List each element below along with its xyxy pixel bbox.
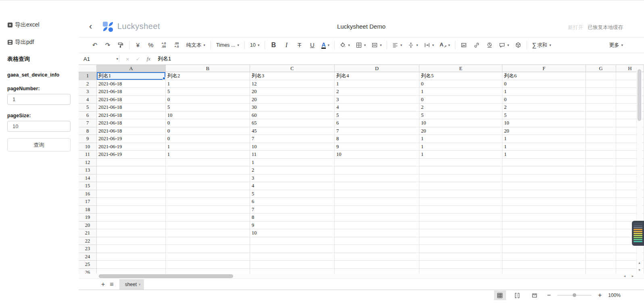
cell-F13[interactable] [502, 166, 586, 174]
cell-E15[interactable] [419, 182, 502, 190]
cell-G4[interactable] [586, 96, 616, 104]
cell-G15[interactable] [586, 182, 616, 190]
cell-G18[interactable] [586, 206, 616, 214]
cell-C17[interactable]: 6 [250, 198, 335, 206]
cell-G23[interactable] [586, 245, 616, 253]
cell-D11[interactable]: 10 [335, 151, 419, 159]
cell-A15[interactable] [97, 182, 166, 190]
font-color-button[interactable]: A ▾ [319, 37, 332, 53]
cell-B3[interactable]: 5 [166, 88, 250, 96]
vertical-scrollbar-thumb[interactable] [638, 69, 641, 121]
cell-D2[interactable]: 1 [335, 80, 419, 88]
cell-C6[interactable]: 60 [250, 112, 335, 120]
cell-A20[interactable] [97, 222, 166, 230]
cell-D4[interactable]: 3 [335, 96, 419, 104]
cell-G22[interactable] [586, 237, 616, 245]
zoom-in-button[interactable]: + [597, 292, 603, 299]
cell-A8[interactable]: 2021-06-18 [97, 127, 166, 135]
cell-A25[interactable] [97, 261, 166, 269]
number-format-select[interactable]: 纯文本 ▾ [183, 42, 208, 49]
cell-D17[interactable] [335, 198, 419, 206]
cell-C19[interactable]: 8 [250, 214, 335, 222]
underline-button[interactable]: U [306, 37, 319, 53]
row-header-15[interactable]: 15 [79, 182, 97, 190]
cell-E5[interactable]: 2 [419, 104, 502, 112]
row-header-11[interactable]: 11 [79, 151, 97, 159]
horizontal-scrollbar[interactable]: ◂ ▸ [79, 274, 644, 279]
cell-B5[interactable]: 5 [166, 104, 250, 112]
cell-B20[interactable] [166, 222, 250, 230]
cell-B18[interactable] [166, 206, 250, 214]
column-header-D[interactable]: D [335, 65, 419, 72]
cell-B26[interactable] [166, 269, 250, 274]
cell-A21[interactable] [97, 229, 166, 237]
cell-E6[interactable]: 5 [419, 112, 502, 120]
cell-B10[interactable]: 1 [166, 143, 250, 151]
cell-E20[interactable] [419, 222, 502, 230]
export-pdf-button[interactable]: 导出pdf [7, 39, 71, 46]
cell-C9[interactable]: 7 [250, 135, 335, 143]
cell-E19[interactable] [419, 214, 502, 222]
cell-A12[interactable] [97, 159, 166, 167]
cell-A4[interactable]: 2021-06-18 [97, 96, 166, 104]
sum-button[interactable]: ∑ 求和 ▾ [529, 37, 554, 53]
font-size-select[interactable]: 10 ▾ [247, 42, 263, 48]
cell-A7[interactable]: 2021-06-18 [97, 119, 166, 127]
cell-G7[interactable] [586, 119, 616, 127]
cell-C10[interactable]: 10 [250, 143, 335, 151]
formula-input[interactable]: 列名1 [158, 55, 171, 62]
cell-D13[interactable] [335, 166, 419, 174]
cell-A19[interactable] [97, 214, 166, 222]
cell-G25[interactable] [586, 261, 616, 269]
cell-F24[interactable] [502, 253, 586, 261]
cell-C2[interactable]: 12 [250, 80, 335, 88]
undo-button[interactable]: ↶ [88, 37, 101, 53]
cell-G11[interactable] [586, 151, 616, 159]
cell-D3[interactable]: 2 [335, 88, 419, 96]
cell-A11[interactable]: 2021-06-19 [97, 151, 166, 159]
cell-G13[interactable] [586, 166, 616, 174]
row-header-3[interactable]: 3 [79, 88, 97, 96]
cell-F11[interactable]: 1 [502, 151, 586, 159]
cell-D14[interactable] [335, 174, 419, 183]
cell-D21[interactable] [335, 229, 419, 237]
cell-B21[interactable] [166, 229, 250, 237]
cell-B1[interactable]: 列名2 [166, 72, 250, 80]
horizontal-scrollbar-thumb[interactable] [99, 274, 233, 278]
comment-button[interactable]: ▾ [496, 37, 512, 53]
cell-E3[interactable]: 1 [419, 88, 502, 96]
cell-C23[interactable] [250, 245, 335, 253]
cell-G8[interactable] [586, 127, 616, 135]
cell-E10[interactable]: 1 [419, 143, 502, 151]
cell-A26[interactable] [97, 269, 166, 274]
cell-B22[interactable] [166, 237, 250, 245]
cell-B8[interactable]: 0 [166, 127, 250, 135]
cell-C11[interactable]: 11 [250, 151, 335, 159]
cell-G21[interactable] [586, 229, 616, 237]
cell-A2[interactable]: 2021-06-18 [97, 80, 166, 88]
new-open-link[interactable]: 新打开 [568, 25, 584, 30]
row-header-7[interactable]: 7 [79, 119, 97, 127]
cell-G3[interactable] [586, 88, 616, 96]
strikethrough-button[interactable]: T [293, 37, 306, 53]
cell-E12[interactable] [419, 159, 502, 167]
page-number-input[interactable] [7, 94, 71, 105]
cell-G12[interactable] [586, 159, 616, 167]
row-header-1[interactable]: 1 [79, 72, 97, 80]
row-header-2[interactable]: 2 [79, 80, 97, 88]
row-header-24[interactable]: 24 [79, 253, 97, 261]
cell-C25[interactable] [250, 261, 335, 269]
cell-D23[interactable] [335, 245, 419, 253]
cell-F22[interactable] [502, 237, 586, 245]
cell-D1[interactable]: 列名4 [335, 72, 419, 80]
cell-B9[interactable]: 0 [166, 135, 250, 143]
cell-E14[interactable] [419, 174, 502, 183]
merge-cells-button[interactable]: ▾ [369, 37, 385, 53]
row-header-22[interactable]: 22 [79, 237, 97, 245]
cell-B24[interactable] [166, 253, 250, 261]
cell-C16[interactable]: 5 [250, 190, 335, 198]
italic-button[interactable]: I [280, 37, 293, 53]
cell-F14[interactable] [502, 174, 586, 183]
cell-B12[interactable] [166, 159, 250, 167]
cell-F20[interactable] [502, 222, 586, 230]
